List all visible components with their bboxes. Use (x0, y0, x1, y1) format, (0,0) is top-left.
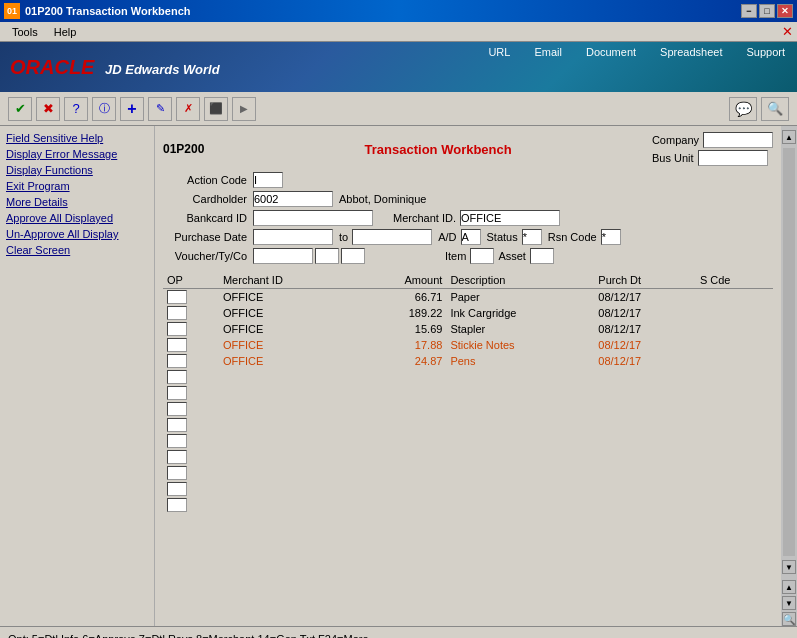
copy-button[interactable]: ⬛ (204, 97, 228, 121)
help-button[interactable]: ? (64, 97, 88, 121)
op-input[interactable] (167, 450, 187, 464)
rsn-code-input[interactable] (601, 229, 621, 245)
status-bar: Opt: 5=Dtl Info 6=Approve 7=Dtl Revs 8=M… (0, 626, 797, 638)
table-row[interactable] (163, 417, 773, 433)
op-input[interactable] (167, 402, 187, 416)
op-input[interactable] (167, 322, 187, 336)
table-row[interactable]: OFFICE 189.22 Ink Cargridge 08/12/17 (163, 305, 773, 321)
table-row[interactable] (163, 433, 773, 449)
nav-exit-program[interactable]: Exit Program (6, 178, 148, 194)
cell-merchant: OFFICE (219, 321, 355, 337)
scroll-down2-button[interactable]: ▼ (782, 596, 796, 610)
item-input[interactable] (470, 248, 494, 264)
nav-spreadsheet[interactable]: Spreadsheet (648, 42, 734, 62)
nav-field-sensitive-help[interactable]: Field Sensitive Help (6, 130, 148, 146)
search-button[interactable]: 🔍 (761, 97, 789, 121)
op-input[interactable] (167, 498, 187, 512)
nav-approve-all[interactable]: Approve All Displayed (6, 210, 148, 226)
purchase-date-to-input[interactable] (352, 229, 432, 245)
cell-description (446, 369, 594, 385)
cell-op[interactable] (163, 481, 219, 497)
add-button[interactable]: + (120, 97, 144, 121)
cell-op[interactable] (163, 385, 219, 401)
ad-input[interactable] (461, 229, 481, 245)
cell-purch-dt (594, 401, 696, 417)
table-row[interactable] (163, 449, 773, 465)
cell-op[interactable] (163, 289, 219, 306)
minimize-button[interactable]: − (741, 4, 757, 18)
cell-op[interactable] (163, 465, 219, 481)
scrollbar-right[interactable]: ▲ ▼ ▲ ▼ 🔍 (781, 126, 797, 626)
table-row[interactable] (163, 481, 773, 497)
scroll-down-button[interactable]: ▼ (782, 560, 796, 574)
table-row[interactable]: OFFICE 24.87 Pens 08/12/17 (163, 353, 773, 369)
cancel-button[interactable]: ✖ (36, 97, 60, 121)
status-input[interactable] (522, 229, 542, 245)
op-input[interactable] (167, 386, 187, 400)
nav-more-details[interactable]: More Details (6, 194, 148, 210)
cell-op[interactable] (163, 449, 219, 465)
info-button[interactable]: ⓘ (92, 97, 116, 121)
close-x-icon[interactable]: ✕ (782, 24, 793, 39)
paste-button[interactable]: ▶ (232, 97, 256, 121)
cell-op[interactable] (163, 497, 219, 513)
op-input[interactable] (167, 290, 187, 304)
table-row[interactable] (163, 465, 773, 481)
menu-tools[interactable]: Tools (4, 24, 46, 40)
edit-button[interactable]: ✎ (148, 97, 172, 121)
cell-op[interactable] (163, 321, 219, 337)
nav-support[interactable]: Support (734, 42, 797, 62)
cell-op[interactable] (163, 337, 219, 353)
op-input[interactable] (167, 482, 187, 496)
nav-document[interactable]: Document (574, 42, 648, 62)
cell-op[interactable] (163, 401, 219, 417)
table-row[interactable] (163, 369, 773, 385)
op-input[interactable] (167, 418, 187, 432)
table-row[interactable]: OFFICE 17.88 Stickie Notes 08/12/17 (163, 337, 773, 353)
table-row[interactable] (163, 401, 773, 417)
cell-op[interactable] (163, 369, 219, 385)
nav-email[interactable]: Email (522, 42, 574, 62)
nav-clear-screen[interactable]: Clear Screen (6, 242, 148, 258)
busunit-input[interactable] (698, 150, 768, 166)
purchase-date-input[interactable] (253, 229, 333, 245)
nav-display-error-message[interactable]: Display Error Message (6, 146, 148, 162)
voucher-input[interactable] (253, 248, 313, 264)
cell-op[interactable] (163, 417, 219, 433)
bankcard-input[interactable] (253, 210, 373, 226)
op-input[interactable] (167, 306, 187, 320)
merchant-id-input[interactable] (460, 210, 560, 226)
table-row[interactable] (163, 385, 773, 401)
cell-merchant (219, 369, 355, 385)
nav-display-functions[interactable]: Display Functions (6, 162, 148, 178)
close-button[interactable]: ✕ (777, 4, 793, 18)
cardholder-input[interactable] (253, 191, 333, 207)
op-input[interactable] (167, 370, 187, 384)
menu-help[interactable]: Help (46, 24, 85, 40)
voucher-ty-input[interactable] (315, 248, 339, 264)
cell-op[interactable] (163, 433, 219, 449)
window-controls[interactable]: − □ ✕ (741, 4, 793, 18)
op-input[interactable] (167, 466, 187, 480)
scroll-up2-button[interactable]: ▲ (782, 580, 796, 594)
scroll-up-button[interactable]: ▲ (782, 130, 796, 144)
nav-url[interactable]: URL (476, 42, 522, 62)
table-row[interactable]: OFFICE 15.69 Stapler 08/12/17 (163, 321, 773, 337)
company-input[interactable] (703, 132, 773, 148)
chat-button[interactable]: 💬 (729, 97, 757, 121)
zoom-button[interactable]: 🔍 (782, 612, 796, 626)
cell-op[interactable] (163, 353, 219, 369)
op-input[interactable] (167, 354, 187, 368)
nav-unapprove-all[interactable]: Un-Approve All Display (6, 226, 148, 242)
check-button[interactable]: ✔ (8, 97, 32, 121)
table-row[interactable]: OFFICE 66.71 Paper 08/12/17 (163, 289, 773, 306)
asset-input[interactable] (530, 248, 554, 264)
table-row[interactable] (163, 497, 773, 513)
voucher-co-input[interactable] (341, 248, 365, 264)
op-input[interactable] (167, 434, 187, 448)
op-input[interactable] (167, 338, 187, 352)
action-code-input[interactable] (253, 172, 283, 188)
cell-op[interactable] (163, 305, 219, 321)
delete-button[interactable]: ✗ (176, 97, 200, 121)
maximize-button[interactable]: □ (759, 4, 775, 18)
